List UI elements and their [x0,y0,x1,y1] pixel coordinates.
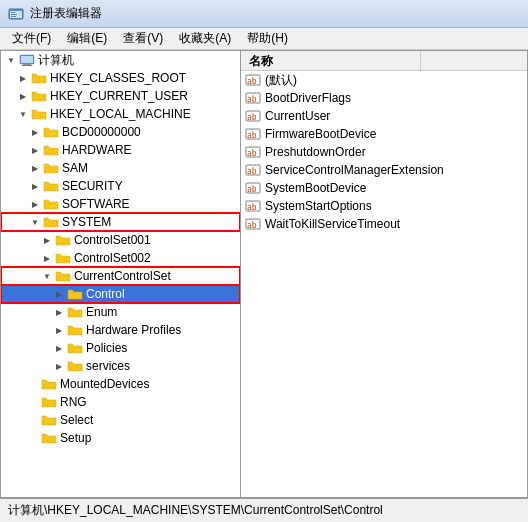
expand-sam[interactable] [29,162,41,174]
tree-label-hwprofiles: Hardware Profiles [86,323,181,337]
svg-text:ab: ab [247,185,257,194]
expand-enum[interactable] [53,306,65,318]
value-icon-preshutdownorder: ab [245,145,261,159]
expand-bcd[interactable] [29,126,41,138]
tree-item-controlset002[interactable]: ControlSet002 [1,249,240,267]
tree-label-enum: Enum [86,305,117,319]
tree-item-hwprofiles[interactable]: Hardware Profiles [1,321,240,339]
tree-item-control[interactable]: Control [1,285,240,303]
folder-icon-currentcontrolset [55,269,71,283]
folder-icon-controlset002 [55,251,71,265]
values-panel[interactable]: 名称 ab (默认) ab BootDriverFlags ab Current… [241,51,527,497]
value-row-systemstartoptions[interactable]: ab SystemStartOptions [241,197,527,215]
main-container: 计算机 HKEY_CLASSES_ROOT HKEY_CURRENT_USER [0,50,528,498]
svg-text:ab: ab [247,167,257,176]
status-text: 计算机\HKEY_LOCAL_MACHINE\SYSTEM\CurrentCon… [8,502,383,519]
expand-hkcr[interactable] [17,72,29,84]
value-row-bootdriverflags[interactable]: ab BootDriverFlags [241,89,527,107]
menu-bar: 文件(F) 编辑(E) 查看(V) 收藏夹(A) 帮助(H) [0,28,528,50]
expand-hardware[interactable] [29,144,41,156]
tree-label-hardware: HARDWARE [62,143,132,157]
value-row-systembootdevice[interactable]: ab SystemBootDevice [241,179,527,197]
expand-services[interactable] [53,360,65,372]
expand-hkcu[interactable] [17,90,29,102]
folder-icon-system [43,215,59,229]
menu-help[interactable]: 帮助(H) [239,28,296,49]
tree-item-computer[interactable]: 计算机 [1,51,240,69]
expand-hwprofiles[interactable] [53,324,65,336]
folder-icon-policies [67,341,83,355]
expand-system[interactable] [29,216,41,228]
tree-item-hkcr[interactable]: HKEY_CLASSES_ROOT [1,69,240,87]
expand-placeholder-rng [29,396,41,408]
expand-security[interactable] [29,180,41,192]
tree-item-sam[interactable]: SAM [1,159,240,177]
tree-label-computer: 计算机 [38,52,74,69]
value-icon-systemstartoptions: ab [245,199,261,213]
expand-currentcontrolset[interactable] [41,270,53,282]
value-row-currentuser[interactable]: ab CurrentUser [241,107,527,125]
tree-label-services: services [86,359,130,373]
folder-icon-hwprofiles [67,323,83,337]
tree-label-controlset001: ControlSet001 [74,233,151,247]
window-title: 注册表编辑器 [30,5,102,22]
value-row-preshutdownorder[interactable]: ab PreshutdownOrder [241,143,527,161]
tree-item-setup[interactable]: Setup [1,429,240,447]
expand-control[interactable] [53,288,65,300]
tree-item-currentcontrolset[interactable]: CurrentControlSet [1,267,240,285]
menu-edit[interactable]: 编辑(E) [59,28,115,49]
tree-label-software: SOFTWARE [62,197,130,211]
value-name-systemstartoptions: SystemStartOptions [265,199,372,213]
expand-software[interactable] [29,198,41,210]
tree-item-hklm[interactable]: HKEY_LOCAL_MACHINE [1,105,240,123]
value-icon-currentuser: ab [245,109,261,123]
folder-icon-select [41,413,57,427]
value-icon-waitkillservice: ab [245,217,261,231]
expand-placeholder-select [29,414,41,426]
expand-computer[interactable] [5,54,17,66]
tree-item-hkcu[interactable]: HKEY_CURRENT_USER [1,87,240,105]
menu-file[interactable]: 文件(F) [4,28,59,49]
value-row-scmext[interactable]: ab ServiceControlManagerExtension [241,161,527,179]
tree-label-hklm: HKEY_LOCAL_MACHINE [50,107,191,121]
value-name-default: (默认) [265,72,297,89]
tree-label-hkcu: HKEY_CURRENT_USER [50,89,188,103]
svg-text:ab: ab [247,95,257,104]
tree-item-mounteddevices[interactable]: MountedDevices [1,375,240,393]
tree-item-select[interactable]: Select [1,411,240,429]
expand-placeholder-mounteddevices [29,378,41,390]
tree-item-hardware[interactable]: HARDWARE [1,141,240,159]
folder-icon-hklm [31,107,47,121]
expand-controlset001[interactable] [41,234,53,246]
value-icon-scmext: ab [245,163,261,177]
tree-item-system[interactable]: SYSTEM [1,213,240,231]
expand-hklm[interactable] [17,108,29,120]
value-name-bootdriverflags: BootDriverFlags [265,91,351,105]
value-row-firmwarebootdevice[interactable]: ab FirmwareBootDevice [241,125,527,143]
tree-item-policies[interactable]: Policies [1,339,240,357]
value-name-currentuser: CurrentUser [265,109,330,123]
value-row-waitkillservice[interactable]: ab WaitToKillServiceTimeout [241,215,527,233]
status-bar: 计算机\HKEY_LOCAL_MACHINE\SYSTEM\CurrentCon… [0,498,528,522]
expand-controlset002[interactable] [41,252,53,264]
folder-icon-hkcu [31,89,47,103]
tree-label-rng: RNG [60,395,87,409]
tree-item-bcd[interactable]: BCD00000000 [1,123,240,141]
menu-view[interactable]: 查看(V) [115,28,171,49]
tree-scroll[interactable]: 计算机 HKEY_CLASSES_ROOT HKEY_CURRENT_USER [1,51,240,497]
tree-panel[interactable]: 计算机 HKEY_CLASSES_ROOT HKEY_CURRENT_USER [1,51,241,497]
tree-item-controlset001[interactable]: ControlSet001 [1,231,240,249]
menu-favorites[interactable]: 收藏夹(A) [171,28,239,49]
tree-label-mounteddevices: MountedDevices [60,377,149,391]
tree-item-security[interactable]: SECURITY [1,177,240,195]
expand-policies[interactable] [53,342,65,354]
value-row-default[interactable]: ab (默认) [241,71,527,89]
folder-icon-mounteddevices [41,377,57,391]
tree-item-software[interactable]: SOFTWARE [1,195,240,213]
tree-item-enum[interactable]: Enum [1,303,240,321]
values-header: 名称 [241,51,527,71]
svg-rect-2 [11,12,15,13]
svg-text:ab: ab [247,113,257,122]
tree-item-rng[interactable]: RNG [1,393,240,411]
tree-item-services[interactable]: services [1,357,240,375]
